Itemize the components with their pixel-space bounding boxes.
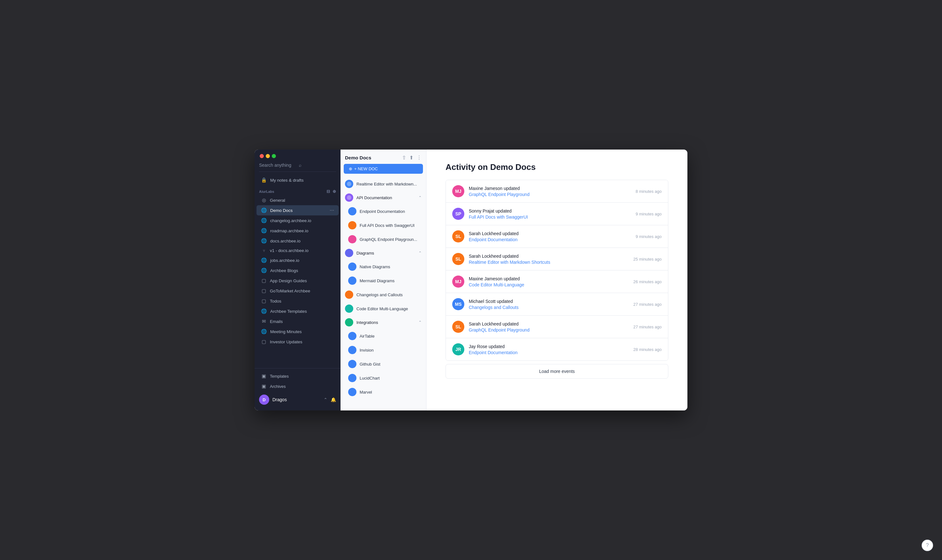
doc-item-changelogs[interactable]: Changelogs and Callouts <box>340 288 426 302</box>
chevron-up-icon: ⌃ <box>419 195 422 200</box>
doc-name: Github Gist <box>360 362 422 366</box>
doc-name: Realtime Editor with Markdown... <box>356 182 422 186</box>
activity-item: SL Sarah Lockheed updated Realtime Edito… <box>446 248 668 271</box>
activity-item: MJ Maxine Jameson updated GraphQL Endpoi… <box>446 180 668 203</box>
activity-link[interactable]: Code Editor Multi-Language <box>469 282 629 287</box>
activity-time: 27 minutes ago <box>633 302 662 307</box>
sidebar-item-changelog[interactable]: 🌐 changelog.archbee.io <box>257 215 339 226</box>
doc-item-native-diagrams[interactable]: Native Diagrams <box>344 260 426 274</box>
doc-name: Code Editor Multi-Language <box>356 306 422 311</box>
sidebar-jobs-label: jobs.archbee.io <box>270 258 299 263</box>
search-bar[interactable]: Search anything ⌕ <box>255 161 340 171</box>
activity-link[interactable]: GraphQL Endpoint Playground <box>469 192 631 197</box>
doc-name: Mermaid Diagrams <box>360 278 422 283</box>
section-avatar <box>345 194 353 202</box>
doc-name: GraphQL Endpoint Playgroun... <box>360 237 422 242</box>
doc-item-mermaid[interactable]: Mermaid Diagrams <box>344 274 426 288</box>
avatar-sarah-3: SL <box>452 321 464 333</box>
doc-avatar <box>348 360 356 368</box>
emails-icon: ✉ <box>261 318 267 324</box>
user-row[interactable]: D Dragos ⌃ 🔔 <box>255 391 340 408</box>
workspace-section: AiurLabs ⊟ ⊕ <box>255 185 340 195</box>
chevron-up-icon[interactable]: ⌃ <box>324 397 328 402</box>
todos-icon: ▢ <box>261 298 267 304</box>
avatar-michael: MS <box>452 298 464 310</box>
doc-name: LucidChart <box>360 376 422 380</box>
section-diagrams-label: Diagrams <box>356 251 374 255</box>
sidebar-item-todos[interactable]: ▢ Todos <box>257 296 339 306</box>
blogs-icon: 🌐 <box>261 268 267 273</box>
docs-icon: 🌐 <box>261 238 267 244</box>
more-options-icon[interactable]: ⋮ <box>417 155 422 161</box>
doc-item-realtime-editor[interactable]: Realtime Editor with Markdown... <box>340 177 426 191</box>
sidebar-item-investor-updates[interactable]: ▢ Investor Updates <box>257 337 339 347</box>
sidebar-item-goToMarket[interactable]: ▢ GoToMarket Archbee <box>257 286 339 296</box>
doc-item-marvel[interactable]: Marvel <box>344 385 426 399</box>
sidebar-item-app-design[interactable]: ▢ App Design Guides <box>257 275 339 286</box>
sidebar-item-archives[interactable]: ▣ Archives <box>257 381 339 391</box>
new-doc-button[interactable]: ⊕ + NEW DOC <box>344 164 423 174</box>
doc-item-endpoint[interactable]: Endpoint Documentation <box>344 204 426 218</box>
avatar-maxine-2: MJ <box>452 275 464 288</box>
sidebar-item-jobs[interactable]: 🌐 jobs.archbee.io <box>257 255 339 265</box>
activity-link[interactable]: Endpoint Documentation <box>469 237 631 242</box>
activity-list: MJ Maxine Jameson updated GraphQL Endpoi… <box>446 180 668 361</box>
doc-name: Endpoint Documentation <box>360 209 422 214</box>
close-button[interactable] <box>260 154 264 158</box>
section-diagrams[interactable]: Diagrams ⌃ <box>340 246 426 260</box>
sidebar-item-archbee-templates[interactable]: 🌐 Archbee Templates <box>257 306 339 316</box>
page-title: Activity on Demo Docs <box>446 162 668 172</box>
section-integrations[interactable]: Integrations ⌃ <box>340 315 426 329</box>
help-button[interactable]: ? <box>922 540 933 551</box>
sidebar-roadmap-label: roadmap.archbee.io <box>270 228 308 233</box>
sidebar-item-notes[interactable]: 🔒 My notes & drafts <box>257 175 339 185</box>
section-api-label: API Documentation <box>356 195 392 200</box>
doc-item-lucidchart[interactable]: LucidChart <box>344 371 426 385</box>
avatar-maxine-1: MJ <box>452 185 464 197</box>
more-icon[interactable]: ⋯ <box>330 208 334 213</box>
activity-link[interactable]: Full API Docs with SwaggerUI <box>469 214 631 220</box>
sidebar-item-emails[interactable]: ✉ Emails <box>257 316 339 326</box>
doc-name: Native Diagrams <box>360 265 422 269</box>
maximize-button[interactable] <box>272 154 276 158</box>
roadmap-icon: 🌐 <box>261 228 267 234</box>
filter-icon[interactable]: ⊟ <box>326 189 330 194</box>
sidebar-item-templates[interactable]: ▣ Templates <box>257 371 339 381</box>
chevron-up-icon: ⌃ <box>419 320 422 325</box>
sidebar-item-general[interactable]: ◎ General <box>257 195 339 205</box>
sidebar-item-roadmap[interactable]: 🌐 roadmap.archbee.io <box>257 226 339 236</box>
activity-item: SL Sarah Lockheed updated Endpoint Docum… <box>446 225 668 248</box>
doc-avatar <box>348 263 356 271</box>
doc-item-full-api[interactable]: Full API Docs with SwaggerUI <box>344 218 426 232</box>
doc-item-invision[interactable]: Invision <box>344 343 426 357</box>
section-api-docs[interactable]: API Documentation ⌃ <box>340 191 426 204</box>
activity-time: 9 minutes ago <box>636 234 662 239</box>
doc-item-airtable[interactable]: AirTable <box>344 329 426 343</box>
sidebar-item-v1docs[interactable]: ⑂ v1 - docs.archbee.io <box>257 246 339 255</box>
upload-icon[interactable]: ⬆ <box>409 155 413 161</box>
help-icon: ? <box>926 543 929 548</box>
share-icon[interactable]: ⇧ <box>402 155 406 161</box>
middle-header: Demo Docs ⇧ ⬆ ⋮ <box>340 149 426 164</box>
doc-item-github-gist[interactable]: Github Gist <box>344 357 426 371</box>
sidebar-item-blogs[interactable]: 🌐 Archbee Blogs <box>257 265 339 275</box>
minimize-button[interactable] <box>266 154 270 158</box>
bell-icon[interactable]: 🔔 <box>331 397 336 402</box>
activity-time: 8 minutes ago <box>636 189 662 194</box>
activity-link[interactable]: Realtime Editor with Markdown Shortcuts <box>469 260 629 265</box>
activity-link[interactable]: Changelogs and Callouts <box>469 305 629 310</box>
add-icon[interactable]: ⊕ <box>332 189 336 194</box>
doc-item-code-editor[interactable]: Code Editor Multi-Language <box>340 302 426 315</box>
doc-item-graphql[interactable]: GraphQL Endpoint Playgroun... <box>344 232 426 246</box>
sidebar-item-demo-docs[interactable]: 🌐 Demo Docs ⋯ <box>257 205 339 215</box>
load-more-button[interactable]: Load more events <box>446 364 668 378</box>
sidebar-item-meeting-minutes[interactable]: 🌐 Meeting Minutes <box>257 326 339 337</box>
activity-link[interactable]: Endpoint Documentation <box>469 350 629 355</box>
archives-icon: ▣ <box>261 383 267 389</box>
activity-link[interactable]: GraphQL Endpoint Playground <box>469 328 629 332</box>
main-content: Activity on Demo Docs MJ Maxine Jameson … <box>426 149 687 411</box>
svg-point-1 <box>347 195 351 200</box>
sidebar-item-docs[interactable]: 🌐 docs.archbee.io <box>257 236 339 246</box>
activity-info: Sonny Prajat updated Full API Docs with … <box>469 208 631 220</box>
doc-avatar <box>348 388 356 396</box>
